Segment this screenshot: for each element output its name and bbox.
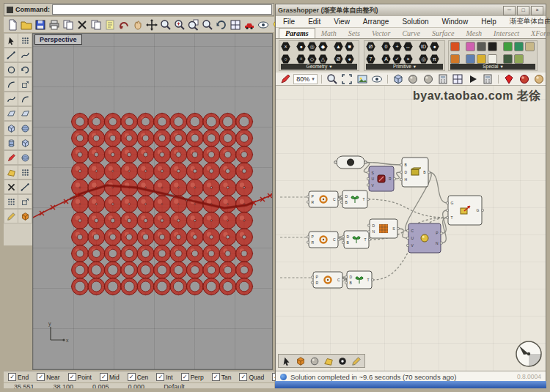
special-component-icon[interactable] <box>488 42 497 51</box>
preview-clay-icon[interactable] <box>422 72 435 86</box>
special-component-icon[interactable] <box>514 54 524 64</box>
split-tool-icon[interactable] <box>18 180 32 194</box>
checkbox-icon[interactable]: ✓ <box>156 373 164 381</box>
dimension-tool-icon[interactable] <box>4 209 18 223</box>
menu-window[interactable]: Window <box>442 18 469 26</box>
menu-edit[interactable]: Edit <box>308 18 320 26</box>
geometry-component-icon[interactable]: + <box>296 54 306 64</box>
special-component-icon[interactable] <box>503 54 513 64</box>
geometry-component-icon[interactable]: ■ <box>345 42 354 51</box>
tab-curve[interactable]: Curve <box>396 29 425 38</box>
rotate-tool-icon[interactable] <box>18 62 32 77</box>
menu-view[interactable]: View <box>334 18 350 26</box>
sweep-tool-icon[interactable] <box>18 106 32 121</box>
select-icon[interactable] <box>4 33 18 48</box>
cut-icon[interactable] <box>76 18 89 32</box>
focus-extents-icon[interactable] <box>340 72 353 86</box>
crate-box-icon[interactable] <box>295 355 307 367</box>
geometry-component-icon[interactable]: × <box>281 42 290 51</box>
checkbox-icon[interactable]: ✓ <box>181 373 189 381</box>
surface-tool-icon[interactable] <box>4 106 18 121</box>
preview-wire-icon[interactable] <box>392 72 405 86</box>
open-file-icon[interactable] <box>20 18 33 32</box>
extrude-tool-icon[interactable] <box>18 136 32 150</box>
boolean-tool-icon[interactable] <box>18 150 32 165</box>
graft-component-1[interactable]: DBT <box>340 191 369 208</box>
zoom-level-dropdown[interactable]: 80%▾ <box>293 74 318 84</box>
four-viewports-icon[interactable] <box>229 18 242 32</box>
osnap-end[interactable]: ✓End <box>8 373 29 381</box>
shaded-view-icon[interactable] <box>257 18 270 32</box>
fillet-tool-icon[interactable] <box>4 150 18 165</box>
geometry-component-icon[interactable]: ● <box>296 42 306 51</box>
menu-solution[interactable]: Solution <box>402 18 428 26</box>
special-component-icon[interactable] <box>525 42 535 51</box>
osnap-quad[interactable]: ✓Quad <box>239 373 264 381</box>
checkbox-icon[interactable]: ✓ <box>239 373 247 381</box>
command-input[interactable] <box>52 4 272 15</box>
osnap-near[interactable]: ✓Near <box>37 373 59 381</box>
evaluate-component[interactable]: CUVPN <box>406 223 442 253</box>
print-icon[interactable] <box>48 18 61 32</box>
primitive-component-icon[interactable]: ● <box>430 42 439 51</box>
arc-tool-icon[interactable] <box>4 77 18 92</box>
rotate-view-icon[interactable] <box>215 18 228 32</box>
special-component-icon[interactable] <box>450 42 460 51</box>
menu-help[interactable]: Help <box>481 18 496 26</box>
rhino-viewport[interactable]: yx Perspective <box>32 33 273 370</box>
primitive-component-icon[interactable]: ◎ <box>419 54 428 64</box>
osnap-cen[interactable]: ✓Cen <box>128 373 149 381</box>
curve-param[interactable] <box>334 156 367 169</box>
yellow-wedge-icon[interactable] <box>323 355 334 367</box>
tab-math[interactable]: Math <box>315 29 342 38</box>
checkbox-icon[interactable]: ✓ <box>68 373 76 381</box>
checkbox-icon[interactable]: ✓ <box>212 373 220 381</box>
osnap-int[interactable]: ✓Int <box>156 373 172 381</box>
sketch-pen-icon[interactable] <box>279 72 292 86</box>
move-component[interactable]: GTG <box>446 196 483 225</box>
preview-shaded-icon[interactable] <box>406 72 419 86</box>
primitive-component-icon[interactable]: + <box>392 42 402 51</box>
cplane-car-icon[interactable] <box>243 18 256 32</box>
canvas-image-icon[interactable] <box>355 72 368 86</box>
zoom-window-icon[interactable] <box>173 18 186 32</box>
trim-tool-icon[interactable] <box>4 180 18 194</box>
corner-tool-icon[interactable] <box>18 92 32 106</box>
grasshopper-titlebar[interactable]: Grasshopper (渐变单体自由整列) ─ □ × <box>276 4 546 16</box>
new-file-icon[interactable] <box>6 18 19 32</box>
minimize-button[interactable]: ─ <box>503 6 516 15</box>
bake-gem-icon[interactable] <box>502 72 516 86</box>
primitive-component-icon[interactable]: × <box>403 54 413 64</box>
grasshopper-canvas[interactable]: SUVRBDHBGTGPRCDBTPRCDBTPRCDBTDNSCUVPN by… <box>276 86 546 371</box>
zoom-dynamic-icon[interactable] <box>159 18 172 32</box>
circle-component-2[interactable]: PRC <box>307 232 340 248</box>
checkbox-icon[interactable]: ✓ <box>8 373 16 381</box>
maximize-button[interactable]: □ <box>517 6 529 15</box>
special-component-icon[interactable] <box>466 54 475 64</box>
tab-mesh[interactable]: Mesh <box>460 29 488 38</box>
palette-group-label[interactable]: Primitive▾ <box>366 64 443 70</box>
circle-tool-icon[interactable] <box>4 62 18 77</box>
graft-component-2[interactable]: DBT <box>342 231 370 248</box>
cylinder-tool-icon[interactable] <box>4 136 18 150</box>
preview-ball-red-icon[interactable] <box>517 72 530 86</box>
array-tool-icon[interactable] <box>4 194 18 209</box>
join-tool-icon[interactable] <box>4 165 18 180</box>
rectangle-tool-icon[interactable] <box>18 77 32 92</box>
geometry-component-icon[interactable]: ◇ <box>307 54 317 64</box>
special-component-icon[interactable] <box>503 42 513 51</box>
canvas-compass-widget[interactable] <box>513 339 544 369</box>
pan-icon[interactable] <box>131 18 144 32</box>
palette-group-label[interactable]: Geometry▾ <box>281 64 357 70</box>
preview-grid-icon[interactable] <box>451 72 464 86</box>
move-icon[interactable] <box>145 18 158 32</box>
gray-sphere-icon[interactable] <box>309 355 320 367</box>
preview-ball-custom-icon[interactable] <box>532 72 546 86</box>
polyline-icon[interactable] <box>4 48 18 62</box>
tab-intersect[interactable]: Intersect <box>488 29 525 38</box>
primitive-component-icon[interactable]: π <box>430 54 439 64</box>
primitive-component-icon[interactable]: Ø <box>366 42 375 51</box>
control-curve-icon[interactable] <box>18 48 32 62</box>
geometry-component-icon[interactable]: Ø <box>334 54 343 64</box>
primitive-component-icon[interactable]: ↔ <box>403 42 413 51</box>
